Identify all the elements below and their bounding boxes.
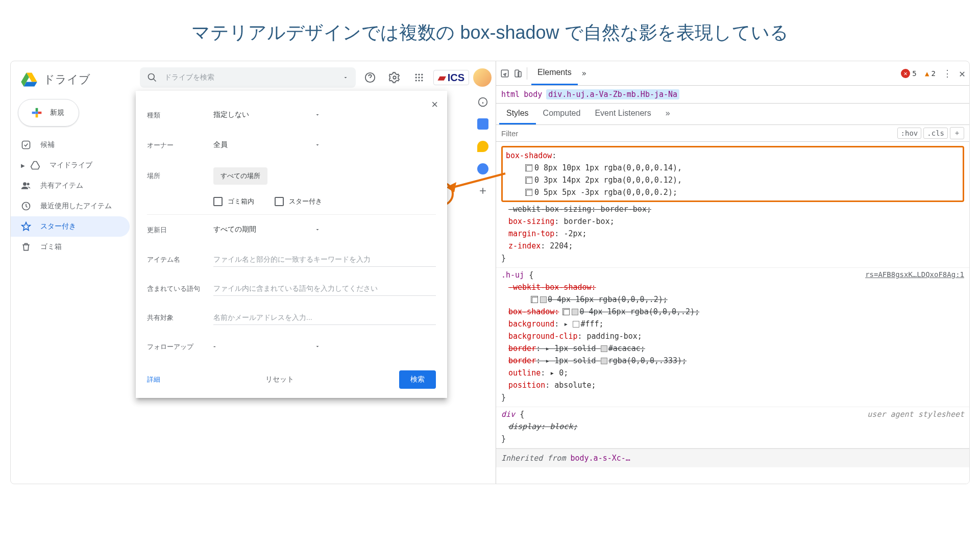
- close-icon[interactable]: ✕: [959, 67, 965, 80]
- svg-point-11: [415, 77, 416, 78]
- new-button[interactable]: 新規: [18, 99, 79, 127]
- inherited-from: Inherited from body.a-s-Xc-…: [496, 448, 969, 467]
- close-button[interactable]: ×: [431, 98, 438, 111]
- expand-icon: ▶: [21, 163, 25, 168]
- listeners-tab[interactable]: Event Listeners: [587, 104, 658, 124]
- elements-tab[interactable]: Elements: [531, 61, 578, 85]
- owner-label: オーナー: [147, 141, 213, 150]
- avatar[interactable]: [473, 68, 492, 87]
- trash-checkbox[interactable]: ゴミ箱内: [213, 197, 254, 206]
- search-placeholder: ドライブを検索: [164, 73, 214, 82]
- date-label: 更新日: [147, 226, 213, 235]
- error-counts[interactable]: ✕5 ▲2: [901, 69, 936, 78]
- item-input[interactable]: [213, 252, 436, 267]
- people-icon: [21, 181, 31, 191]
- type-select[interactable]: 指定しない: [213, 107, 321, 123]
- check-circle-icon: [21, 140, 31, 150]
- svg-point-9: [418, 74, 420, 76]
- info-icon[interactable]: [478, 97, 488, 107]
- followup-select[interactable]: -: [213, 339, 321, 354]
- filter-input[interactable]: [501, 129, 895, 138]
- add-rule-button[interactable]: ＋: [950, 127, 964, 139]
- location-label: 場所: [147, 171, 213, 181]
- main-area: ドライブを検索 ▰ICS × 種類指定しない オーナー全員 場所すべての場所 ゴ…: [136, 61, 496, 484]
- search-box[interactable]: ドライブを検索: [140, 67, 356, 88]
- device-icon[interactable]: [513, 69, 523, 78]
- svg-point-16: [421, 80, 423, 81]
- new-label: 新規: [50, 108, 64, 117]
- chevron-down-icon: [314, 112, 321, 118]
- date-select[interactable]: すべての期間: [213, 222, 321, 238]
- sidebar-item-mydrive[interactable]: ▶ マイドライブ: [11, 155, 130, 176]
- words-label: 含まれている語句: [147, 284, 213, 293]
- svg-rect-0: [36, 112, 38, 114]
- sidebar-item-suggest[interactable]: 候補: [11, 135, 130, 155]
- search-button[interactable]: 検索: [399, 370, 436, 389]
- share-label: 共有対象: [147, 313, 213, 322]
- drive-app: ドライブ 新規 候補 ▶ マイドライブ 共有アイテム 最近使用したアイテム スタ…: [11, 61, 496, 484]
- css-rule[interactable]: box-shadow: 0 8px 10px 1px rgba(0,0,0,0.…: [496, 144, 969, 268]
- owner-select[interactable]: 全員: [213, 137, 321, 153]
- svg-point-15: [418, 80, 420, 81]
- chevron-down-icon: [314, 142, 321, 148]
- sidebar-item-shared[interactable]: 共有アイテム: [11, 176, 130, 196]
- plus-icon: [30, 106, 44, 120]
- computed-tab[interactable]: Computed: [536, 104, 588, 124]
- apps-button[interactable]: [409, 67, 429, 88]
- add-icon[interactable]: [478, 186, 488, 196]
- tasks-icon[interactable]: [477, 163, 488, 174]
- sidebar: ドライブ 新規 候補 ▶ マイドライブ 共有アイテム 最近使用したアイテム スタ…: [11, 61, 136, 484]
- drive-icon: [30, 160, 40, 170]
- css-rule[interactable]: user agent stylesheet div { display: blo…: [496, 407, 969, 448]
- devtools-toolbar: Elements » ✕5 ▲2 ⋮ ✕: [496, 61, 969, 86]
- filter-row: :hov .cls ＋: [496, 125, 969, 142]
- inspect-icon[interactable]: [500, 69, 509, 78]
- keep-icon[interactable]: [477, 141, 488, 152]
- more-subtabs-icon[interactable]: »: [658, 104, 677, 124]
- content: ドライブ 新規 候補 ▶ マイドライブ 共有アイテム 最近使用したアイテム スタ…: [10, 61, 970, 484]
- css-rule[interactable]: rs=AFB8gsxK…LDQxoF8Ag:1 .h-uj { -webkit-…: [496, 268, 969, 407]
- location-badge[interactable]: すべての場所: [213, 167, 267, 185]
- sidebar-item-starred[interactable]: スター付き: [11, 216, 130, 237]
- share-input[interactable]: [213, 310, 436, 325]
- box-shadow-highlight: box-shadow: 0 8px 10px 1px rgba(0,0,0,0.…: [501, 146, 964, 202]
- svg-point-10: [421, 74, 423, 76]
- star-icon: [21, 221, 31, 232]
- svg-point-2: [23, 182, 27, 186]
- source-link[interactable]: rs=AFB8gsxK…LDQxoF8Ag:1: [865, 269, 964, 280]
- styles-tabs: Styles Computed Event Listeners »: [496, 104, 969, 125]
- sidebar-item-recent[interactable]: 最近使用したアイテム: [11, 196, 130, 216]
- chevron-down-icon: [314, 227, 321, 233]
- sidebar-item-trash[interactable]: ゴミ箱: [11, 237, 130, 257]
- ics-badge: ▰ICS: [433, 70, 469, 85]
- nav-label: 共有アイテム: [40, 181, 83, 190]
- more-link[interactable]: 詳細: [147, 375, 160, 384]
- styles-tab[interactable]: Styles: [499, 104, 536, 124]
- nav-label: マイドライブ: [50, 161, 92, 170]
- svg-point-3: [27, 183, 30, 185]
- svg-point-5: [149, 74, 155, 80]
- calendar-icon[interactable]: [477, 118, 488, 130]
- dropdown-icon[interactable]: [342, 74, 349, 81]
- more-tabs-icon[interactable]: »: [582, 69, 586, 78]
- kebab-icon[interactable]: ⋮: [943, 68, 952, 79]
- type-label: 種類: [147, 111, 213, 120]
- breadcrumb[interactable]: htmlbodydiv.h-uj.a-Va-Zb-mb.Hb-ja-Na: [496, 86, 969, 104]
- svg-point-7: [393, 76, 396, 79]
- hov-toggle[interactable]: :hov: [897, 128, 922, 139]
- trash-icon: [21, 242, 31, 252]
- slide-title: マテリアルデザインでは複数の box-shadow で自然な影を表現している: [10, 10, 970, 61]
- help-button[interactable]: [360, 67, 380, 88]
- svg-rect-1: [22, 141, 30, 149]
- search-panel: × 種類指定しない オーナー全員 場所すべての場所 ゴミ箱内 スター付き 更新日…: [136, 91, 447, 398]
- cls-toggle[interactable]: .cls: [923, 128, 948, 139]
- svg-point-14: [415, 80, 416, 81]
- star-checkbox[interactable]: スター付き: [275, 197, 322, 206]
- settings-button[interactable]: [384, 67, 405, 88]
- reset-button[interactable]: リセット: [256, 371, 303, 388]
- nav-label: 最近使用したアイテム: [40, 202, 112, 211]
- gear-icon: [389, 72, 400, 83]
- chevron-down-icon: [314, 343, 321, 349]
- followup-label: フォローアップ: [147, 342, 213, 352]
- words-input[interactable]: [213, 281, 436, 296]
